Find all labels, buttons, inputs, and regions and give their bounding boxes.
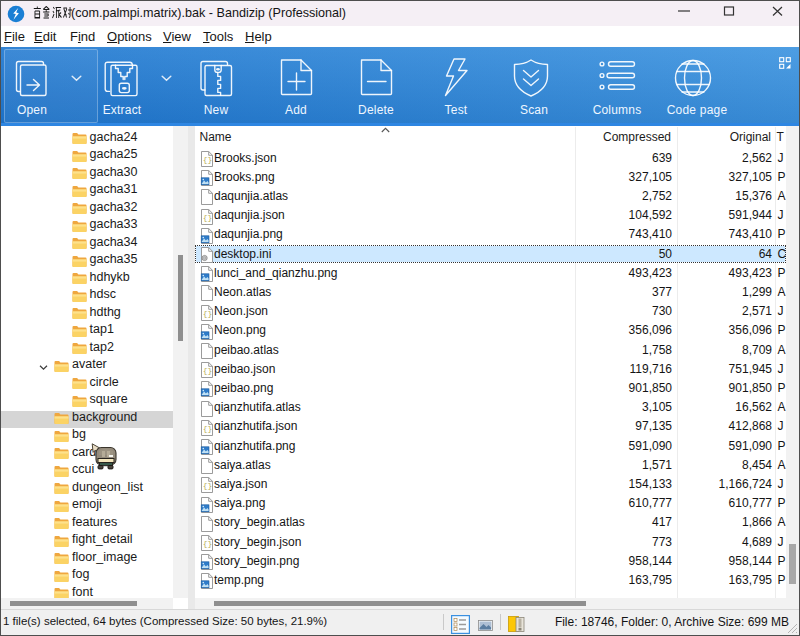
svg-text:{}: {} [202, 482, 212, 491]
svg-text:{}: {} [202, 155, 212, 164]
svg-text:{}: {} [202, 309, 212, 318]
svg-text:{}: {} [202, 424, 212, 433]
svg-text:{}: {} [202, 366, 212, 375]
svg-text:{}: {} [202, 539, 212, 548]
svg-text:{}: {} [202, 213, 212, 222]
